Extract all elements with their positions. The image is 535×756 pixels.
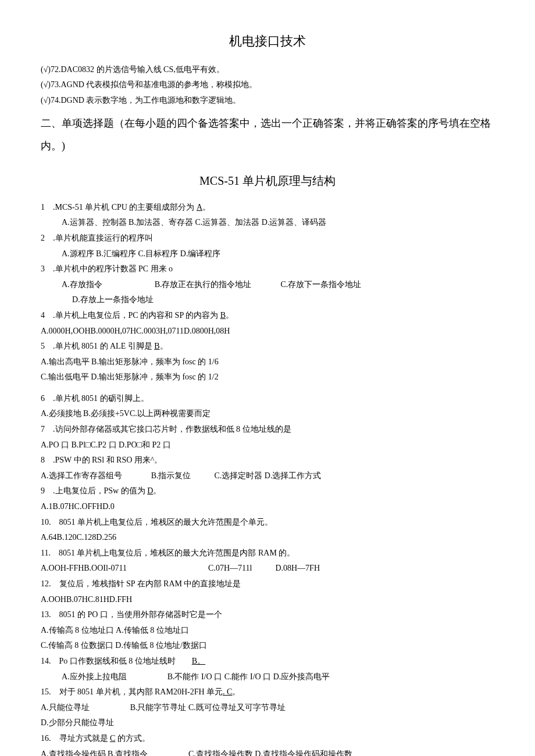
q15-answer: . C xyxy=(223,687,232,696)
q6-options: A.必须接地 B.必须接+5VC.以上两种视需要而定 xyxy=(41,406,494,422)
q15-opt-b: B.只能字节寻址 C.既可位寻址又可字节寻址 xyxy=(130,703,286,712)
q14-stem-a: 14. Po 口作数据线和低 8 位地址线时 xyxy=(41,657,192,665)
q16-opt-a: A.查找指令操作码 B.查找指令 xyxy=(41,750,148,756)
q14-opt-b: B.不能作 I/O 口 C.能作 I/O 口 D.应外接高电平 xyxy=(167,672,330,681)
q4-stem-a: 4 .单片机上电复位后，PC 的内容和 SP 的内容为 xyxy=(41,311,220,320)
q5-answer: B xyxy=(154,342,159,350)
q15-stem-b: 。 xyxy=(232,687,240,696)
q15-opt-d: D.少部分只能位寻址 xyxy=(41,715,494,731)
q3-opt-d: D.存放上一条指令地址 xyxy=(41,292,494,308)
q8-opt-b: B.指示复位 xyxy=(151,471,191,480)
q8-opt-c: C.选择定时器 D.选择工作方式 xyxy=(214,471,321,480)
q4-stem-b: 。 xyxy=(226,311,234,320)
tf-73: (√)73.AGND 代表模拟信号和基准电源的参考地，称模拟地。 xyxy=(41,77,494,93)
q16-stem-a: 16. 寻址方式就是 xyxy=(41,734,110,743)
q5-line1: A.输出高电平 B.输出矩形脉冲，频率为 fosc 的 1/6 xyxy=(41,354,494,370)
q16-options: A.查找指令操作码 B.查找指令C.查找指令操作数 D.查找指令操作码和操作数 xyxy=(41,747,494,756)
q10-options: A.64B.120C.128D.256 xyxy=(41,530,494,546)
q5-stem-a: 5 .单片机 8051 的 ALE 引脚是 xyxy=(41,342,154,350)
q14-stem: 14. Po 口作数据线和低 8 位地址线时 B。 xyxy=(41,654,494,669)
q7-stem: 7 .访问外部存储器或其它接口芯片时，作数据线和低 8 位地址线的是 xyxy=(41,422,494,438)
q11-stem: 11. 8051 单片机上电复位后，堆栈区的最大允许范围是内部 RAM 的。 xyxy=(41,546,494,561)
q9-answer: D xyxy=(147,486,153,495)
q13-line1: A.传输高 8 位地址口 A.传输低 8 位地址口 xyxy=(41,623,494,639)
q8-options: A.选择工作寄存器组号B.指示复位C.选择定时器 D.选择工作方式 xyxy=(41,468,494,484)
q12-options: A.OOHB.07HC.81HD.FFH xyxy=(41,592,494,608)
subsection-title: MCS-51 单片机原理与结构 xyxy=(41,170,494,192)
tf-74: (√)74.DGND 表示数字地，为工作电源地和数字逻辑地。 xyxy=(41,93,494,109)
q13-line2: C.传输高 8 位数据口 D.传输低 8 位地址/数据口 xyxy=(41,638,494,654)
q14-opt-a: A.应外接上拉电阻 xyxy=(62,672,127,681)
q15-stem-a: 15. 对于 8051 单片机，其内部 RAM20H-2FH 单元 xyxy=(41,687,223,696)
q9-stem-b: 。 xyxy=(153,486,161,495)
q9-options: A.1B.07HC.OFFHD.0 xyxy=(41,499,494,515)
q15-options-line1: A.只能位寻址B.只能字节寻址 C.既可位寻址又可字节寻址 xyxy=(41,700,494,716)
q3-options-line1: A.存放指令B.存放正在执行的指令地址C.存放下一条指令地址 xyxy=(41,277,494,293)
q11-options: A.OOH-FFHB.OOIl-0711C.07H—711lD.08H—7FH xyxy=(41,561,494,576)
q5-line2: C.输出低电平 D.输出矩形脉冲，频率为 fosc 的 1/2 xyxy=(41,370,494,385)
q3-stem: 3 .单片机中的程序计数器 PC 用来 o xyxy=(41,261,494,277)
q15-opt-a: A.只能位寻址 xyxy=(41,703,90,712)
q5-stem: 5 .单片机 8051 的 ALE 引脚是 B。 xyxy=(41,339,494,354)
section-2-heading: 二、单项选择题（在每小题的四个备选答案中，选出一个正确答案，并将正确答案的序号填… xyxy=(41,112,494,158)
q7-options: A.PO 口 B.Pl□C.P2 口 D.PO□和 P2 口 xyxy=(41,438,494,453)
q11-opt-a: A.OOH-FFHB.OOIl-0711 xyxy=(41,564,127,572)
page-title: 机电接口技术 xyxy=(41,29,494,53)
q1-stem-a: 1 .MCS-51 单片机 CPU 的主要组成部分为 xyxy=(41,203,197,212)
q9-stem: 9 .上电复位后，PSw 的值为 D。 xyxy=(41,483,494,499)
q1-stem-b: 。 xyxy=(202,203,211,212)
q14-answer: B。 xyxy=(192,657,205,665)
q10-stem: 10. 8051 单片机上电复位后，堆栈区的最大允许范围是个单元。 xyxy=(41,515,494,531)
q2-options: A.源程序 B.汇编程序 C.目标程序 D.编译程序 xyxy=(41,246,494,262)
q2-stem: 2 .单片机能直接运行的程序叫 xyxy=(41,231,494,246)
q15-stem: 15. 对于 8051 单片机，其内部 RAM20H-2FH 单元. C。 xyxy=(41,685,494,700)
q13-stem: 13. 8051 的 PO 口，当使用外部存储器时它是一个 xyxy=(41,607,494,623)
q9-stem-a: 9 .上电复位后，PSw 的值为 xyxy=(41,486,147,495)
q14-options: A.应外接上拉电阻B.不能作 I/O 口 C.能作 I/O 口 D.应外接高电平 xyxy=(41,669,494,685)
q1-stem: 1 .MCS-51 单片机 CPU 的主要组成部分为 A。 xyxy=(41,200,494,216)
q16-opt-c: C.查找指令操作数 D.查找指令操作码和操作数 xyxy=(188,750,352,756)
q3-opt-a: A.存放指令 xyxy=(62,280,102,289)
q16-stem: 16. 寻址方式就是 C 的方式。 xyxy=(41,731,494,747)
q16-answer: C xyxy=(110,734,115,743)
q11-opt-d: D.08H—7FH xyxy=(275,564,320,572)
q4-options: A.0000H,OOHB.0000H,07HC.0003H,0711D.0800… xyxy=(41,324,494,339)
q12-stem: 12. 复位后，堆栈指针 SP 在内部 RAM 中的直接地址是 xyxy=(41,576,494,592)
q4-answer: B xyxy=(220,311,226,320)
q8-opt-a: A.选择工作寄存器组号 xyxy=(41,471,122,480)
q1-answer: A xyxy=(197,203,202,212)
q5-stem-b: 。 xyxy=(160,342,168,350)
q1-options: A.运算器、控制器 B.加法器、寄存器 C.运算器、加法器 D.运算器、译码器 xyxy=(41,215,494,231)
q8-stem: 8 .PSW 中的 RSl 和 RSO 用来^。 xyxy=(41,453,494,468)
q3-opt-c: C.存放下一条指令地址 xyxy=(280,280,361,289)
q11-opt-c: C.07H—711l xyxy=(208,564,252,572)
q3-opt-b: B.存放正在执行的指令地址 xyxy=(155,280,252,289)
q4-stem: 4 .单片机上电复位后，PC 的内容和 SP 的内容为 B。 xyxy=(41,308,494,324)
tf-72: (√)72.DAC0832 的片选信号输入线 CS,低电平有效。 xyxy=(41,62,494,78)
q6-stem: 6 .单片机 8051 的砺引脚上。 xyxy=(41,391,494,407)
q16-stem-b: 的方式。 xyxy=(115,734,150,743)
